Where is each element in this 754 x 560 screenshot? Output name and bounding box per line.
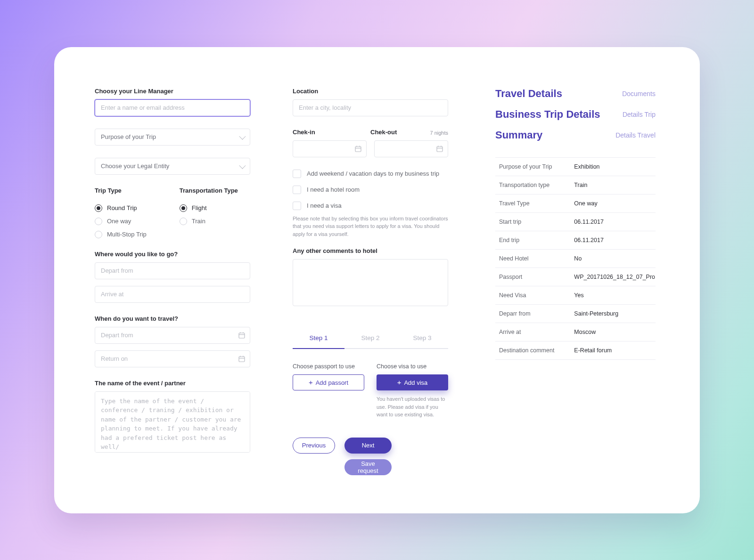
checkin-label: Chek-in <box>293 129 370 136</box>
column-middle: Location Chek-in Chek-out 7 nights <box>293 88 448 495</box>
when-label: When do you want to travel? <box>95 315 250 322</box>
depart-from-input[interactable] <box>95 262 250 279</box>
radio-icon <box>95 231 102 238</box>
checkout-label: Chek-out <box>370 129 397 136</box>
legal-entity-select[interactable]: Choose your Legal Entity <box>95 158 250 175</box>
radio-icon <box>95 218 102 225</box>
step-tabs: Step 1 Step 2 Step 3 <box>293 330 448 349</box>
summary-row: PassportWP_20171026_18_12_07_Pro <box>495 268 656 286</box>
location-label: Location <box>293 88 448 95</box>
summary-row: Purpose of your TripExhibition <box>495 158 656 176</box>
visa-note-text: Please note that by selecting this box y… <box>293 215 448 238</box>
travel-details-title: Travel Details <box>495 88 562 100</box>
summary-row: Arrive atMoscow <box>495 323 656 341</box>
calendar-icon <box>238 332 246 339</box>
purpose-placeholder: Purpose of your Trip <box>101 133 156 140</box>
summary-row: End trip06.11.2017 <box>495 231 656 250</box>
checkbox-hotel[interactable]: I need a hotel room <box>293 186 448 194</box>
nights-count: 7 nights <box>430 130 448 136</box>
step-tab-1[interactable]: Step 1 <box>293 330 344 348</box>
column-right: Travel Details Documents Business Trip D… <box>495 88 656 495</box>
comments-textarea[interactable] <box>293 259 448 306</box>
svg-rect-4 <box>239 357 245 362</box>
checkbox-icon <box>293 170 301 178</box>
radio-icon <box>180 204 187 212</box>
location-input[interactable] <box>293 99 448 116</box>
depart-date-input[interactable] <box>95 327 250 344</box>
business-trip-title: Business Trip Details <box>495 108 600 121</box>
summary-row: Travel TypeOne way <box>495 195 656 213</box>
transport-train[interactable]: Train <box>180 218 238 225</box>
summary-title: Summary <box>495 129 542 141</box>
transport-type-label: Transportation Type <box>180 187 238 194</box>
arrive-at-input[interactable] <box>95 286 250 303</box>
column-left: Choosy your Line Manager Purpose of your… <box>95 88 250 495</box>
step-tab-2[interactable]: Step 2 <box>344 330 396 348</box>
trip-type-oneway[interactable]: One way <box>95 218 147 225</box>
trip-type-group: Trip Type Round Trip One way Multi-Stop … <box>95 187 147 238</box>
visa-label: Choose visa to use <box>377 363 448 370</box>
trip-type-round[interactable]: Round Trip <box>95 204 147 212</box>
radio-icon <box>180 218 187 225</box>
where-label: Where would you like to go? <box>95 251 250 258</box>
summary-row: Destination commentE-Retail forum <box>495 341 656 360</box>
add-visa-button[interactable]: + Add visa <box>377 374 448 390</box>
summary-row: Need HotelNo <box>495 250 656 268</box>
calendar-icon <box>238 355 246 363</box>
form-card: Choosy your Line Manager Purpose of your… <box>54 47 700 513</box>
legal-entity-placeholder: Choose your Legal Entity <box>101 162 169 170</box>
details-trip-link[interactable]: Details Trip <box>623 111 656 118</box>
next-button[interactable]: Next <box>344 438 392 454</box>
documents-link[interactable]: Documents <box>622 90 656 97</box>
svg-rect-8 <box>355 146 361 152</box>
calendar-icon <box>354 145 362 153</box>
save-request-button[interactable]: Save request <box>344 459 392 475</box>
summary-row: Transportation typeTrain <box>495 176 656 195</box>
comments-label: Any other comments to hotel <box>293 247 448 254</box>
visa-upload-note: You haven't uploaded visas to use. Pleas… <box>377 395 448 419</box>
trip-type-multistop[interactable]: Multi-Stop Trip <box>95 231 147 238</box>
summary-table: Purpose of your TripExhibition Transport… <box>495 157 656 360</box>
event-textarea[interactable] <box>95 391 250 453</box>
summary-row: Start trip06.11.2017 <box>495 213 656 231</box>
chevron-down-icon <box>239 162 246 169</box>
purpose-select[interactable]: Purpose of your Trip <box>95 129 250 146</box>
checkbox-icon <box>293 186 301 194</box>
checkbox-weekend[interactable]: Add weekend / vacation days to my busine… <box>293 170 448 178</box>
svg-rect-0 <box>239 333 245 338</box>
calendar-icon <box>436 145 443 153</box>
summary-row: Need VisaYes <box>495 286 656 305</box>
add-passport-button[interactable]: + Add passort <box>293 374 364 390</box>
checkbox-visa[interactable]: I need a visa <box>293 202 448 210</box>
radio-icon <box>95 204 102 212</box>
svg-rect-12 <box>437 146 443 152</box>
step-tab-3[interactable]: Step 3 <box>396 330 448 348</box>
previous-button[interactable]: Previous <box>293 438 335 454</box>
line-manager-label: Choosy your Line Manager <box>95 88 250 95</box>
details-travel-link[interactable]: Details Travel <box>615 131 656 139</box>
checkbox-icon <box>293 202 301 210</box>
event-label: The name of the event / partner <box>95 380 250 387</box>
transport-type-group: Transportation Type Flight Train <box>180 187 238 238</box>
trip-type-label: Trip Type <box>95 187 147 194</box>
summary-row: Deparr fromSaint-Petersburg <box>495 305 656 323</box>
chevron-down-icon <box>239 133 246 139</box>
passport-label: Choose passport to use <box>293 363 364 370</box>
transport-flight[interactable]: Flight <box>180 204 238 212</box>
return-date-input[interactable] <box>95 350 250 367</box>
right-header: Travel Details Documents Business Trip D… <box>495 88 656 150</box>
line-manager-input[interactable] <box>95 99 250 116</box>
